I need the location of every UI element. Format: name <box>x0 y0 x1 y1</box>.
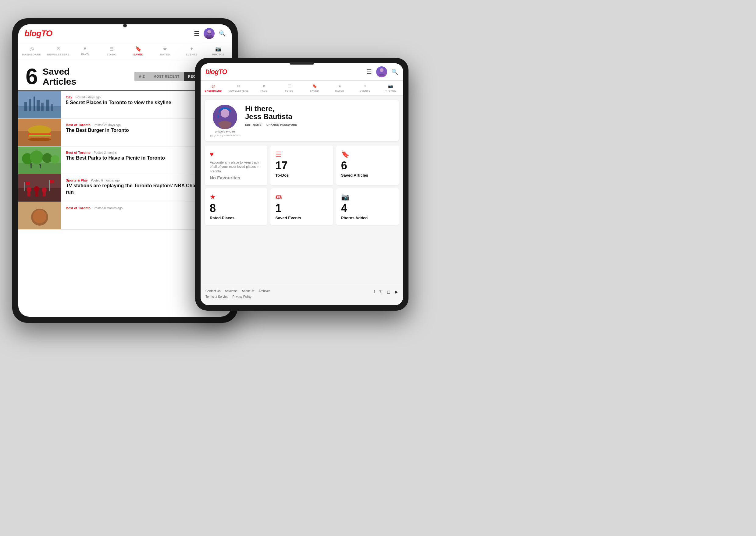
youtube-icon[interactable]: ▶ <box>395 289 398 294</box>
camera-icon: 📷 <box>341 193 394 201</box>
stat-card-favs[interactable]: ♥ Favourite any place to keep track of a… <box>205 146 267 185</box>
avatar-left[interactable] <box>204 28 215 39</box>
article-date: Posted 2 months <box>94 151 117 154</box>
facebook-icon[interactable]: f <box>374 289 375 294</box>
right-screen: blogTO ☰ 🔍 ◎ Dashboard ✉ Newslette <box>200 63 403 305</box>
footer-socials: f 𝕏 ◻ ▶ <box>374 289 398 294</box>
rated-label: Rated Places <box>210 216 263 220</box>
svg-rect-34 <box>27 191 30 196</box>
nav-todo-right[interactable]: ☰ To-Do <box>276 81 302 95</box>
article-category: Sports & Play <box>66 179 88 182</box>
article-date: Posted 28 days ago <box>94 123 121 127</box>
rated-count: 8 <box>210 203 263 214</box>
svg-point-25 <box>42 153 52 163</box>
svg-rect-9 <box>37 100 40 111</box>
article-thumb <box>18 119 61 146</box>
svg-rect-5 <box>24 102 27 111</box>
footer-archives[interactable]: Archives <box>259 289 270 293</box>
change-password-link[interactable]: Change Password <box>267 123 297 126</box>
nav-rated-right[interactable]: ★ Rated <box>327 81 352 95</box>
svg-rect-42 <box>50 180 54 183</box>
nav-bar-right: ◎ Dashboard ✉ Newsletters ♥ Favs ☰ To-Do… <box>200 81 403 96</box>
stat-card-events[interactable]: 🎟 1 Saved Events <box>270 188 333 225</box>
camera-notch <box>123 24 127 27</box>
svg-rect-39 <box>24 182 25 191</box>
nav-saved-right[interactable]: 🔖 Saved <box>302 81 327 95</box>
svg-point-28 <box>30 163 32 165</box>
footer-tos[interactable]: Terms of Service <box>205 295 228 298</box>
nav-photos-right[interactable]: 📷 Photos <box>378 81 403 95</box>
todos-count: 17 <box>275 160 328 171</box>
profile-avatar-wrap: Update Photo jpg, gif, or png smaller th… <box>210 105 240 136</box>
nav-photos-left[interactable]: 📷 Photos <box>205 43 232 59</box>
footer-privacy[interactable]: Privacy Policy <box>232 295 251 298</box>
footer-contact[interactable]: Contact Us <box>205 289 220 293</box>
svg-point-45 <box>33 210 46 223</box>
twitter-icon[interactable]: 𝕏 <box>379 289 382 294</box>
hamburger-icon-right[interactable]: ☰ <box>366 68 372 76</box>
header-right-right: ☰ 🔍 <box>366 66 398 77</box>
article-category: Best of Toronto <box>66 123 90 127</box>
svg-point-2 <box>207 30 211 34</box>
svg-rect-6 <box>29 99 31 111</box>
nav-newsletters-left[interactable]: ✉ Newsletters <box>45 43 72 59</box>
search-button-right[interactable]: 🔍 <box>391 69 398 75</box>
footer-links-row1: Contact Us Advertise About Us Archives <box>205 289 270 293</box>
saved-count-right: 6 <box>341 160 394 171</box>
article-category: City <box>66 95 72 99</box>
instagram-icon[interactable]: ◻ <box>387 289 390 294</box>
hamburger-icon[interactable]: ☰ <box>194 30 199 37</box>
list-icon: ☰ <box>275 151 328 158</box>
nav-events-right[interactable]: ✦ Events <box>352 81 378 95</box>
edit-name-link[interactable]: Edit Name <box>245 123 262 126</box>
greeting: Hi there, Jess Bautista <box>245 105 394 121</box>
nav-favs-right[interactable]: ♥ Favs <box>251 81 276 95</box>
svg-point-24 <box>30 151 43 164</box>
photos-label: Photos Added <box>341 216 394 220</box>
svg-rect-36 <box>35 191 38 197</box>
saved-count: 6 <box>26 65 38 87</box>
svg-point-20 <box>28 138 51 141</box>
svg-rect-38 <box>43 191 46 196</box>
nav-saved-left[interactable]: 🔖 Saved <box>125 43 152 59</box>
avatar-right[interactable] <box>376 66 387 77</box>
sort-recent[interactable]: MOST RECENT <box>149 72 184 81</box>
header-right-left: ☰ 🔍 <box>194 28 226 39</box>
nav-bar-left: ◎ Dashboard ✉ Newsletters ♥ Favs ☰ To-Do… <box>18 43 232 59</box>
nav-rated-left[interactable]: ★ Rated <box>152 43 179 59</box>
article-thumb <box>18 202 61 229</box>
nav-dashboard-right[interactable]: ◎ Dashboard <box>200 81 226 95</box>
favs-desc: Favourite any place to keep track of all… <box>210 160 263 173</box>
svg-rect-10 <box>41 103 44 111</box>
profile-actions: Edit Name Change Password <box>245 123 394 126</box>
saved-articles-label: Saved Articles <box>341 173 394 178</box>
article-category: Best of Toronto <box>66 151 90 154</box>
nav-newsletters-right[interactable]: ✉ Newsletters <box>226 81 251 95</box>
bookmark-icon: 🔖 <box>341 151 394 158</box>
sort-az[interactable]: A-Z <box>134 72 149 81</box>
svg-point-46 <box>380 68 383 72</box>
stat-card-todos[interactable]: ☰ 17 To-Dos <box>270 146 333 185</box>
svg-rect-12 <box>51 104 53 111</box>
svg-rect-11 <box>46 100 50 111</box>
camera-bar <box>290 62 314 65</box>
article-date: Posted 6 months ago <box>91 179 120 182</box>
heart-icon: ♥ <box>210 151 263 158</box>
nav-favs-left[interactable]: ♥ Favs <box>72 43 98 59</box>
stat-card-photos[interactable]: 📷 4 Photos Added <box>336 188 399 225</box>
update-photo-label[interactable]: Update Photo <box>215 130 235 133</box>
svg-point-48 <box>221 109 229 117</box>
nav-dashboard-left[interactable]: ◎ Dashboard <box>18 43 45 59</box>
stats-grid: ♥ Favourite any place to keep track of a… <box>205 146 399 225</box>
search-button-left[interactable]: 🔍 <box>219 30 226 37</box>
nav-todo-left[interactable]: ☰ To-Do <box>98 43 125 59</box>
svg-rect-13 <box>18 111 61 118</box>
svg-point-30 <box>39 164 41 166</box>
footer-advertise[interactable]: Advertise <box>225 289 237 293</box>
events-label: Saved Events <box>275 216 328 220</box>
footer-about[interactable]: About Us <box>242 289 254 293</box>
profile-avatar[interactable] <box>213 105 237 129</box>
stat-card-rated[interactable]: ★ 8 Rated Places <box>205 188 267 225</box>
nav-events-left[interactable]: ✦ Events <box>178 43 205 59</box>
stat-card-saved[interactable]: 🔖 6 Saved Articles <box>336 146 399 185</box>
